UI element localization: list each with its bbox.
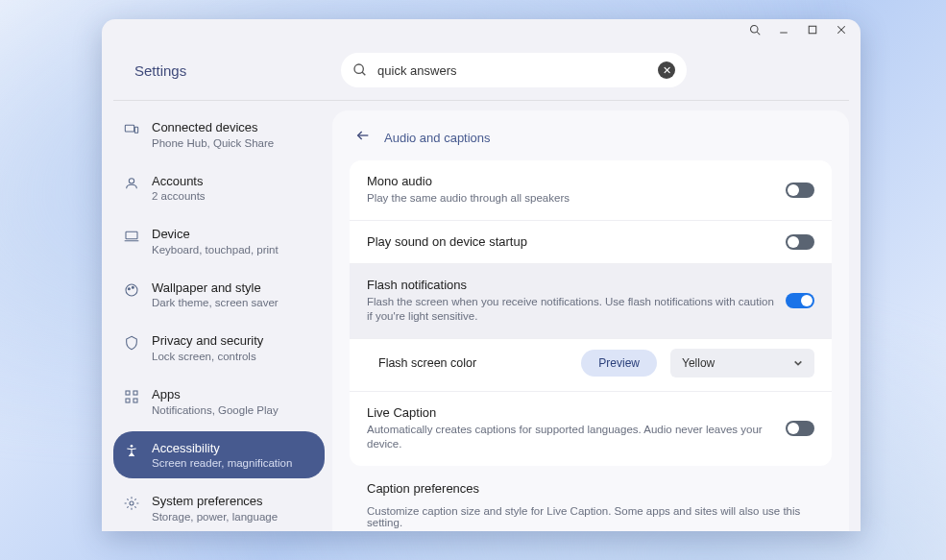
svg-rect-3: [809, 26, 816, 34]
mono-audio-toggle[interactable]: [786, 183, 814, 198]
sidebar-item-sub: Screen reader, magnification: [152, 457, 292, 469]
svg-rect-11: [126, 232, 137, 239]
row-title: Live Caption: [367, 405, 786, 420]
zoom-icon[interactable]: [747, 22, 763, 37]
live-caption-toggle[interactable]: [786, 421, 814, 436]
sidebar-item-label: System preferences: [152, 494, 278, 509]
sidebar-item-sub: Phone Hub, Quick Share: [152, 137, 274, 149]
sidebar-item-wallpaper[interactable]: Wallpaper and style Dark theme, screen s…: [113, 271, 325, 319]
app-title: Settings: [134, 62, 186, 79]
row-desc: Flash the screen when you receive notifi…: [367, 295, 780, 325]
sidebar: Connected devices Phone Hub, Quick Share…: [113, 110, 328, 531]
row-desc: Automatically creates captions for suppo…: [367, 423, 780, 452]
row-title: Play sound on device startup: [367, 234, 786, 249]
search-input[interactable]: [377, 63, 648, 78]
search-icon: [352, 62, 368, 78]
main-panel: Audio and captions Mono audio Play the s…: [332, 110, 849, 531]
sidebar-item-connected-devices[interactable]: Connected devices Phone Hub, Quick Share: [113, 110, 325, 158]
row-mono-audio: Mono audio Play the same audio through a…: [350, 160, 832, 221]
row-flash-notifications: Flash notifications Flash the screen whe…: [350, 264, 832, 339]
sidebar-item-label: Privacy and security: [152, 333, 263, 349]
shield-icon: [123, 334, 140, 352]
sidebar-item-label: Connected devices: [152, 120, 274, 135]
accessibility-icon: [123, 442, 140, 459]
row-startup-sound: Play sound on device startup: [350, 221, 832, 264]
sidebar-item-label: Accessibility: [152, 441, 292, 456]
svg-point-0: [751, 26, 759, 34]
svg-rect-19: [133, 399, 137, 402]
caption-preferences-title: Caption preferences: [367, 481, 814, 496]
sidebar-item-sub: Lock screen, controls: [152, 351, 263, 362]
flash-notifications-toggle[interactable]: [786, 293, 814, 308]
row-title: Mono audio: [367, 174, 786, 188]
svg-rect-18: [126, 399, 130, 402]
section-title: Audio and captions: [384, 131, 491, 145]
header: Settings ✕: [102, 40, 861, 100]
svg-rect-16: [126, 391, 130, 395]
palette-icon: [123, 281, 140, 299]
select-value: Yellow: [682, 356, 715, 370]
minimize-button[interactable]: [776, 22, 791, 37]
svg-point-20: [131, 445, 133, 448]
laptop-icon: [123, 228, 140, 245]
svg-line-7: [362, 72, 365, 75]
svg-point-6: [354, 64, 363, 73]
sidebar-item-sub: Dark theme, screen saver: [152, 297, 279, 308]
flash-color-select[interactable]: Yellow: [670, 349, 814, 377]
svg-line-1: [757, 32, 760, 35]
sidebar-item-sub: Keyboard, touchpad, print: [152, 244, 279, 256]
sidebar-item-accounts[interactable]: Accounts 2 accounts: [113, 164, 325, 212]
sidebar-item-label: Apps: [152, 387, 279, 402]
sidebar-item-privacy[interactable]: Privacy and security Lock screen, contro…: [113, 324, 325, 372]
row-desc: Play the same audio through all speakers: [367, 191, 780, 207]
svg-point-15: [132, 286, 133, 288]
sidebar-item-accessibility[interactable]: Accessibility Screen reader, magnificati…: [113, 431, 325, 479]
sidebar-item-sub: Notifications, Google Play: [152, 404, 279, 416]
svg-point-10: [129, 178, 133, 183]
clear-search-button[interactable]: ✕: [658, 61, 675, 79]
back-button[interactable]: [355, 128, 371, 147]
svg-rect-8: [125, 125, 133, 132]
row-live-caption: Live Caption Automatically creates capti…: [350, 392, 832, 466]
sidebar-item-apps[interactable]: Apps Notifications, Google Play: [113, 377, 325, 426]
startup-sound-toggle[interactable]: [786, 234, 814, 250]
svg-point-13: [126, 284, 137, 296]
chevron-down-icon: [793, 358, 803, 368]
maximize-button[interactable]: [805, 22, 820, 37]
svg-point-14: [128, 287, 130, 289]
window-titlebar: [102, 19, 861, 40]
sidebar-item-label: Device: [152, 227, 279, 242]
gear-icon: [123, 495, 140, 512]
devices-icon: [123, 121, 140, 138]
sidebar-item-system[interactable]: System preferences Storage, power, langu…: [113, 484, 325, 531]
sidebar-item-label: Wallpaper and style: [152, 280, 279, 296]
sidebar-item-label: Accounts: [152, 174, 206, 189]
settings-card: Mono audio Play the same audio through a…: [350, 160, 832, 466]
search-box[interactable]: ✕: [341, 53, 687, 87]
svg-point-21: [130, 501, 133, 505]
caption-preferences-block: Caption preferences Customize caption si…: [332, 475, 849, 531]
preview-button[interactable]: Preview: [581, 350, 657, 377]
sidebar-item-sub: 2 accounts: [152, 190, 206, 202]
svg-rect-9: [134, 127, 137, 133]
svg-rect-17: [133, 391, 137, 395]
close-button[interactable]: [834, 22, 849, 37]
row-title: Flash notifications: [367, 278, 786, 292]
row-flash-color: Flash screen color Preview Yellow: [350, 339, 832, 392]
sidebar-item-sub: Storage, power, language: [152, 511, 278, 523]
sidebar-item-device[interactable]: Device Keyboard, touchpad, print: [113, 217, 325, 265]
caption-preferences-desc: Customize caption size and style for Liv…: [367, 505, 814, 528]
flash-color-label: Flash screen color: [378, 356, 581, 370]
section-header: Audio and captions: [332, 128, 849, 160]
account-icon: [123, 175, 140, 192]
apps-icon: [123, 388, 140, 405]
settings-window: Settings ✕ Connected devices Phone Hub, …: [102, 19, 861, 531]
